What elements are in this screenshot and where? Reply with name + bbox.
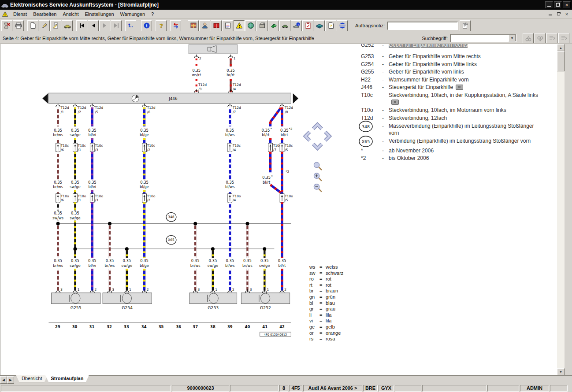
menu-dienst[interactable]: Dienst <box>10 11 30 18</box>
status-cell <box>395 385 421 392</box>
info-icon[interactable]: i <box>141 20 152 31</box>
suchbegriff-combo[interactable]: ▼ <box>450 34 516 42</box>
prev-page-icon[interactable] <box>88 20 99 31</box>
last-page-icon[interactable] <box>111 20 122 31</box>
menu-ansicht[interactable]: Ansicht <box>59 11 82 18</box>
auftragsnotiz-input[interactable] <box>387 22 458 30</box>
svg-text:bl/ge: bl/ge <box>140 263 149 268</box>
close-icon[interactable]: × <box>563 1 571 8</box>
car-icon[interactable] <box>279 20 290 31</box>
color-legend-ro: ro=rot <box>309 276 343 282</box>
edit-note-icon[interactable] <box>50 20 61 31</box>
color-legend-rs: rs=rosa <box>309 336 343 342</box>
legend-row-G254[interactable]: G254-Geber für Einparkhilfe vorn Mitte l… <box>361 61 560 68</box>
legend-row-X65[interactable]: X65-Verbindung (Einparkhilfe) im Leitung… <box>361 137 560 144</box>
mdi-restore-icon[interactable] <box>555 11 562 17</box>
mdi-minimize-icon[interactable] <box>546 11 553 17</box>
legend-code: G252 <box>361 44 382 48</box>
help-icon[interactable]: ? <box>156 20 167 31</box>
svg-text:0.35: 0.35 <box>227 68 235 73</box>
scroll-down-icon[interactable]: ▼ <box>557 368 565 375</box>
faq-icon[interactable]: ? <box>325 20 336 31</box>
chevron-down-icon[interactable]: ▼ <box>509 35 516 41</box>
tab-scroll-left-icon[interactable]: ◀ <box>0 376 7 384</box>
exit-hourglass-icon[interactable] <box>1 20 12 31</box>
first-page-icon[interactable] <box>76 20 87 31</box>
camera-icon[interactable] <box>391 100 399 105</box>
svg-text:G252: G252 <box>260 305 271 310</box>
scrollbar-thumb[interactable] <box>557 51 565 71</box>
legend-row-J446[interactable]: J446-Steuergerät für Einparkhilfe <box>361 84 560 91</box>
box-check-icon[interactable] <box>256 20 267 31</box>
menu-warnungen[interactable]: Warnungen <box>117 11 148 18</box>
customer-icon[interactable] <box>199 20 210 31</box>
color-legend-or: or=orange <box>309 330 343 337</box>
car-info-icon[interactable]: i <box>291 20 302 31</box>
sphere-icon[interactable] <box>337 20 348 31</box>
svg-text:0.35: 0.35 <box>243 259 252 263</box>
print-icon[interactable] <box>13 20 24 31</box>
goto-icon[interactable]: t.. <box>125 20 136 31</box>
search-up-icon[interactable] <box>523 33 534 43</box>
globe-icon[interactable] <box>245 20 256 31</box>
warnings-icon[interactable] <box>234 20 245 31</box>
svg-text:0.35: 0.35 <box>140 180 149 185</box>
svg-text:0.35: 0.35 <box>260 259 269 263</box>
legend-desc: Steckverbindung, 12fach <box>389 115 560 122</box>
jump-next-icon[interactable] <box>558 33 569 43</box>
restore-icon[interactable] <box>554 1 562 8</box>
svg-text:0.35: 0.35 <box>54 211 62 215</box>
menu-bearbeiten[interactable]: Bearbeiten <box>30 11 59 18</box>
legend-row-348[interactable]: 348-Masseverbindung (Einparkhilfe) im Le… <box>361 122 560 137</box>
jump-prev-icon[interactable] <box>546 33 557 43</box>
svg-text:0.35: 0.35 <box>140 259 149 263</box>
legend-row-H22[interactable]: H22-Warnsummer für Einparkhilfe vorn <box>361 76 560 83</box>
menu-?[interactable]: ? <box>148 11 157 18</box>
workshop-icon[interactable] <box>314 20 325 31</box>
vehicle-icon[interactable] <box>62 20 73 31</box>
legend-row-star[interactable]: *-ab November 2006 <box>361 147 560 154</box>
legend-row-T10c[interactable]: T10cSteckverbindung, 10fach, in der Kupp… <box>361 92 560 106</box>
legend-row-G255[interactable]: G255-Geber für Einparkhilfe vorn links <box>361 68 560 75</box>
search-down-icon[interactable] <box>535 33 546 43</box>
legend-row-star2[interactable]: *2-bis Oktober 2006 <box>361 155 560 162</box>
svg-text:br/ws: br/ws <box>53 133 63 137</box>
svg-text:sw/ge: sw/ge <box>70 185 81 189</box>
svg-text:1: 1 <box>267 288 269 292</box>
scroll-up-icon[interactable]: ▲ <box>557 44 565 51</box>
legend-row-G253[interactable]: G253-Geber für Einparkhilfe vorn Mitte r… <box>361 53 560 60</box>
next-page-icon[interactable] <box>99 20 110 31</box>
svg-text:G253: G253 <box>208 305 219 310</box>
mdi-close-icon[interactable]: × <box>563 11 570 17</box>
eraser-icon[interactable] <box>268 20 279 31</box>
legend-row-G252[interactable]: G252-Geber für Einparkhilfe vorn rechts <box>361 44 560 48</box>
parts-package-icon[interactable] <box>188 20 199 31</box>
legend-desc: Masseverbindung (Einparkhilfe) im Leitun… <box>389 122 560 137</box>
order-note-icon[interactable] <box>460 20 471 31</box>
svg-text:/2: /2 <box>147 148 151 152</box>
svg-text:/1: /1 <box>61 110 64 114</box>
svg-text:bl/rt: bl/rt <box>262 133 270 137</box>
tab-scroll-right-icon[interactable]: ▶ <box>7 376 14 384</box>
esa-window: Elektronisches Service Auskunftssystem -… <box>0 0 572 392</box>
minimize-icon[interactable] <box>545 1 553 8</box>
checklist-icon[interactable] <box>302 20 313 31</box>
svg-text:/4: /4 <box>233 148 236 152</box>
svg-text:T10c: T10c <box>94 144 103 148</box>
vertical-scrollbar[interactable]: ▲ ▼ <box>557 44 565 375</box>
tab-stromlaufplan[interactable]: Stromlaufplan <box>45 375 89 382</box>
camera-icon[interactable] <box>456 85 463 90</box>
new-document-icon[interactable] <box>27 20 38 31</box>
svg-text:/3: /3 <box>95 148 98 152</box>
menu-einstellungen[interactable]: Einstellungen <box>82 11 117 18</box>
svg-text:0.35: 0.35 <box>226 259 234 263</box>
document-list-icon[interactable] <box>222 20 233 31</box>
legend-row-T10o[interactable]: T10o-Steckverbindung, 10fach, im Motorra… <box>361 107 560 114</box>
svg-text:0.35: 0.35 <box>54 180 62 185</box>
legend-row-T12d[interactable]: T12d-Steckverbindung, 12fach <box>361 115 560 122</box>
wizard-icon[interactable] <box>39 20 50 31</box>
manual-book-icon[interactable] <box>211 20 222 31</box>
svg-text:2: 2 <box>284 288 286 292</box>
tab-übersicht[interactable]: Übersicht <box>16 375 48 382</box>
swap-icon[interactable] <box>170 20 181 31</box>
